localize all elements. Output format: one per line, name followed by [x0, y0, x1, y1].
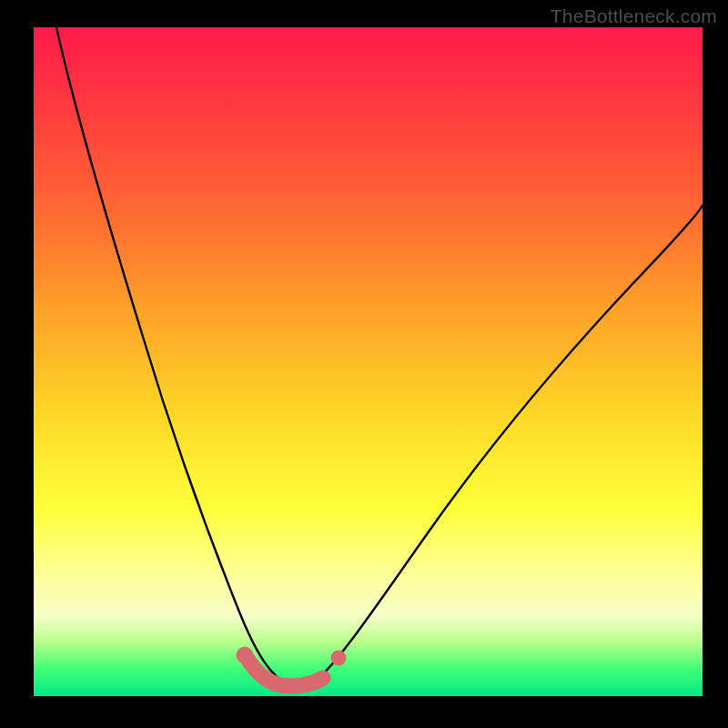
- outer-frame: TheBottleneck.com: [0, 0, 728, 728]
- curves-svg: [34, 27, 703, 696]
- plot-area: [34, 27, 703, 696]
- left-curve: [56, 27, 288, 684]
- marker-dot: [237, 647, 253, 663]
- right-curve: [311, 205, 703, 684]
- marker-dot: [331, 651, 346, 665]
- watermark-text: TheBottleneck.com: [551, 5, 717, 27]
